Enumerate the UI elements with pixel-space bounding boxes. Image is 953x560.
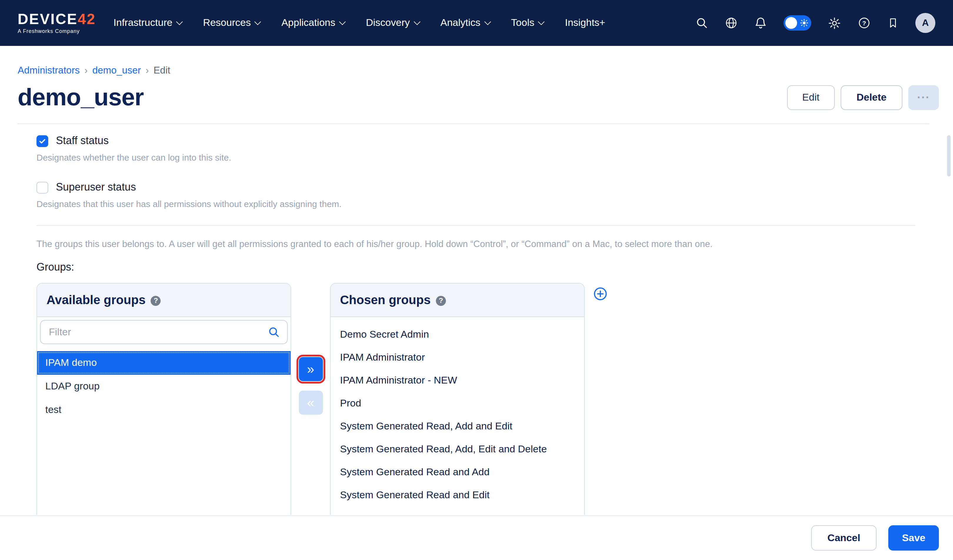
chosen-item[interactable]: System Generated Read, Add and Edit — [331, 415, 584, 437]
chosen-groups-panel: Chosen groups ? Demo Secret Admin IPAM A… — [330, 283, 585, 515]
move-left-button[interactable]: « — [298, 391, 323, 415]
groups-selector: Available groups ? IPAM demo LDAP group … — [36, 283, 915, 515]
bookmark-icon[interactable] — [887, 17, 899, 29]
chevron-down-icon — [484, 18, 491, 25]
nav-item-label: Analytics — [440, 17, 480, 29]
toggle-knob — [785, 17, 797, 29]
filter-wrap — [40, 320, 288, 344]
list-item-ipam-demo[interactable]: IPAM demo — [37, 351, 290, 375]
chosen-groups-help-icon[interactable]: ? — [436, 296, 446, 306]
chosen-item[interactable]: Demo Secret Admin — [331, 323, 584, 346]
nav-item-label: Tools — [511, 17, 534, 29]
chosen-groups-title: Chosen groups — [340, 293, 431, 307]
nav-item-label: Discovery — [366, 17, 410, 29]
superuser-status-checkbox[interactable] — [36, 181, 48, 193]
list-item-test[interactable]: test — [37, 398, 290, 422]
app-window: DEVICE42 A Freshworks Company Infrastruc… — [0, 0, 953, 560]
page-header: demo_user Edit Delete ··· — [18, 84, 939, 110]
search-icon[interactable] — [695, 17, 708, 29]
edit-button[interactable]: Edit — [787, 85, 835, 110]
staff-status-checkbox[interactable] — [36, 135, 48, 147]
chevron-down-icon — [176, 18, 183, 25]
staff-status-help: Designates whether the user can log into… — [36, 152, 915, 162]
breadcrumb-demo-user[interactable]: demo_user — [92, 65, 141, 76]
nav-item-label: Infrastructure — [113, 17, 172, 29]
chevron-down-icon — [255, 18, 261, 25]
save-button[interactable]: Save — [889, 525, 939, 551]
breadcrumb-current: Edit — [154, 65, 170, 76]
breadcrumb-administrators[interactable]: Administrators — [18, 65, 80, 76]
top-navbar: DEVICE42 A Freshworks Company Infrastruc… — [0, 0, 953, 46]
chosen-item[interactable]: IPAM Administrator — [331, 346, 584, 369]
chosen-item[interactable]: System Generated Read, Add, Edit and Del… — [331, 437, 584, 461]
superuser-status-help: Designates that this user has all permis… — [36, 199, 915, 209]
navbar-actions: ? A — [695, 13, 935, 33]
edit-user-form: Staff status Designates whether the user… — [0, 124, 953, 515]
available-groups-panel: Available groups ? IPAM demo LDAP group … — [36, 283, 291, 515]
check-icon — [38, 137, 47, 145]
nav-item-applications[interactable]: Applications — [281, 17, 345, 29]
gear-icon[interactable] — [828, 16, 841, 30]
staff-status-row: Staff status — [36, 135, 915, 147]
sun-icon — [800, 19, 808, 29]
nav-item-insights[interactable]: Insights+ — [565, 17, 605, 29]
breadcrumb-separator: › — [146, 65, 149, 76]
bell-icon[interactable] — [754, 17, 767, 29]
more-actions-button[interactable]: ··· — [908, 85, 939, 110]
filter-search-icon[interactable] — [268, 326, 280, 341]
form-footer: Cancel Save — [0, 515, 953, 560]
move-buttons: » « — [291, 283, 330, 415]
logo-text: DEVICE42 — [18, 12, 96, 26]
user-avatar[interactable]: A — [915, 13, 935, 33]
page-title: demo_user — [18, 84, 144, 110]
available-groups-list: IPAM demo LDAP group test — [37, 351, 290, 422]
section-divider — [36, 225, 915, 226]
header-actions: Edit Delete ··· — [787, 85, 939, 110]
nav-item-label: Resources — [203, 17, 251, 29]
globe-icon[interactable] — [725, 17, 738, 29]
groups-label: Groups: — [36, 261, 915, 273]
chosen-groups-list: Demo Secret Admin IPAM Administrator IPA… — [331, 317, 584, 506]
delete-button[interactable]: Delete — [841, 85, 902, 110]
chevron-down-icon — [339, 18, 346, 25]
cancel-button[interactable]: Cancel — [811, 525, 877, 551]
available-groups-header: Available groups ? — [37, 284, 290, 317]
chevron-down-icon — [538, 18, 545, 25]
superuser-status-label[interactable]: Superuser status — [56, 181, 136, 194]
theme-toggle[interactable] — [784, 15, 811, 31]
chosen-item[interactable]: System Generated Read and Edit — [331, 484, 584, 506]
chosen-groups-header: Chosen groups ? — [331, 284, 584, 317]
staff-status-label[interactable]: Staff status — [56, 135, 109, 147]
device42-logo[interactable]: DEVICE42 A Freshworks Company — [18, 12, 96, 34]
nav-item-resources[interactable]: Resources — [203, 17, 260, 29]
svg-text:?: ? — [862, 20, 866, 26]
scrollbar-thumb[interactable] — [947, 135, 951, 177]
nav-item-label: Insights+ — [565, 17, 605, 29]
logo-subtitle: A Freshworks Company — [18, 28, 96, 34]
breadcrumb-separator: › — [84, 65, 88, 76]
chosen-item[interactable]: System Generated Read and Add — [331, 461, 584, 484]
groups-help-text: The groups this user belongs to. A user … — [36, 239, 915, 250]
filter-input[interactable] — [40, 320, 288, 344]
available-groups-help-icon[interactable]: ? — [151, 296, 161, 306]
main-menu: Infrastructure Resources Applications Di… — [113, 17, 605, 29]
logo-text-orange: 42 — [78, 11, 96, 27]
breadcrumb: Administrators › demo_user › Edit — [18, 65, 953, 76]
chevron-down-icon — [414, 18, 420, 25]
nav-item-analytics[interactable]: Analytics — [440, 17, 490, 29]
nav-item-tools[interactable]: Tools — [511, 17, 543, 29]
nav-item-label: Applications — [281, 17, 335, 29]
superuser-status-row: Superuser status — [36, 181, 915, 194]
add-group-plus-icon[interactable] — [593, 287, 608, 304]
move-right-button[interactable]: » — [298, 357, 323, 381]
help-icon[interactable]: ? — [858, 17, 871, 29]
list-item-ldap-group[interactable]: LDAP group — [37, 375, 290, 398]
nav-item-discovery[interactable]: Discovery — [366, 17, 419, 29]
chosen-item[interactable]: IPAM Administrator - NEW — [331, 369, 584, 392]
logo-text-white: DEVICE — [18, 11, 78, 27]
nav-item-infrastructure[interactable]: Infrastructure — [113, 17, 182, 29]
chosen-item[interactable]: Prod — [331, 392, 584, 415]
available-groups-title: Available groups — [47, 293, 146, 307]
